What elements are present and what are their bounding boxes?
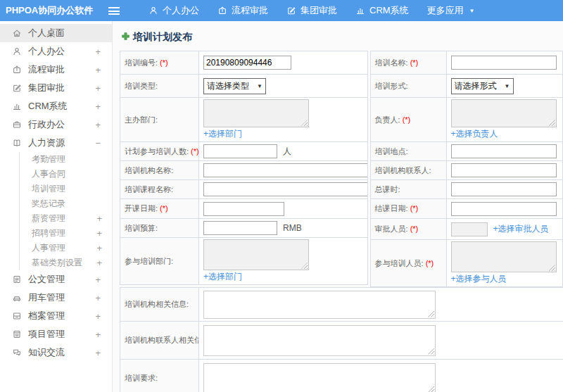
resize-handle-icon[interactable] — [428, 386, 434, 392]
topbar-menu-label: 个人办公 — [163, 4, 199, 17]
sidebar-item[interactable]: 档案管理+ — [0, 307, 112, 325]
required-marker: (*) — [410, 204, 419, 213]
form-row: 培训名称:(*) — [370, 51, 562, 75]
required-marker: (*) — [160, 58, 168, 67]
sidebar-item[interactable]: 知识交流+ — [0, 343, 112, 362]
topbar-menu-item[interactable]: 更多应用▼ — [418, 0, 484, 21]
expand-toggle-icon[interactable]: + — [95, 120, 101, 130]
training-number-field-cell — [199, 51, 368, 75]
workflow-icon — [12, 65, 22, 75]
topbar-menu-item[interactable]: 个人办公 — [139, 0, 208, 21]
sidebar-item[interactable]: 行政办公+ — [0, 115, 112, 134]
total-class-hours-input[interactable] — [451, 182, 557, 196]
sidebar-subitem[interactable]: 奖惩记录 — [20, 196, 112, 211]
org-contact-related-info-textarea[interactable] — [203, 325, 436, 356]
planned-participants-label: 计划参与培训人数:(*) — [120, 142, 199, 161]
expand-toggle-icon[interactable]: + — [95, 274, 101, 285]
form-row: 培训机构联系人相关信息: — [120, 322, 563, 360]
participating-departments-box[interactable] — [203, 239, 309, 270]
topbar-menu-item[interactable]: 集团审批 — [277, 0, 346, 21]
sidebar-subitem[interactable]: 招聘管理+ — [20, 226, 112, 241]
training-participants-label: 参与培训人员:(*) — [370, 240, 446, 287]
sidebar-item[interactable]: 流程审批+ — [0, 61, 112, 79]
training-form: 培训编号:(*)培训类型:请选择类型▼主办部门:+选择部门计划参与培训人数:(*… — [120, 51, 563, 287]
resize-handle-icon[interactable] — [428, 311, 434, 317]
expand-toggle-icon[interactable]: − — [95, 138, 101, 148]
org-related-info-textarea[interactable] — [203, 291, 436, 319]
sidebar-subitem[interactable]: 考勤管理 — [20, 152, 112, 167]
expand-toggle-icon[interactable]: + — [96, 213, 102, 224]
training-course-name-input[interactable] — [203, 182, 367, 196]
topbar-menu-label: CRM系统 — [369, 4, 409, 17]
expand-toggle-icon[interactable]: + — [96, 243, 102, 253]
sidebar-subitem[interactable]: 薪资管理+ — [20, 211, 112, 226]
planned-participants-input[interactable] — [203, 144, 277, 158]
end-date-label: 结课日期:(*) — [370, 199, 446, 219]
end-date-input[interactable] — [451, 202, 557, 216]
start-date-input[interactable] — [203, 202, 284, 216]
resize-handle-icon[interactable] — [549, 265, 555, 271]
sidebar-item[interactable]: 人力资源− — [0, 134, 112, 152]
training-org-name-input[interactable] — [203, 163, 367, 177]
training-number-input[interactable] — [203, 56, 291, 70]
topbar-menu-item[interactable]: 流程审批 — [208, 0, 277, 21]
hamburger-menu-icon[interactable] — [108, 7, 120, 15]
sidebar-item[interactable]: 集团审批+ — [0, 79, 112, 97]
training-budget-field-cell: RMB — [199, 219, 368, 238]
training-location-input[interactable] — [451, 144, 557, 158]
expand-toggle-icon[interactable]: + — [95, 101, 101, 112]
training-requirements-textarea[interactable] — [203, 363, 436, 392]
resize-handle-icon[interactable] — [301, 120, 308, 126]
training-budget-input[interactable] — [203, 221, 277, 235]
sidebar-subitem[interactable]: 基础类别设置+ — [20, 255, 112, 270]
expand-toggle-icon[interactable]: + — [95, 65, 101, 75]
form-right-column: 培训名称:(*)培训形式:请选择形式▼负责人:(*)+选择负责人培训地点:培训机… — [370, 51, 563, 287]
resize-handle-icon[interactable] — [428, 348, 434, 355]
person-in-charge-link[interactable]: +选择负责人 — [451, 128, 558, 140]
participating-departments-link[interactable]: +选择部门 — [203, 271, 363, 283]
expand-toggle-icon[interactable]: + — [95, 311, 101, 322]
planned-participants-field-cell: 人 — [199, 142, 368, 161]
sidebar-item-label: 项目管理 — [28, 328, 65, 341]
sidebar-subitem-label: 考勤管理 — [32, 153, 65, 165]
sidebar-subitem[interactable]: 人事管理+ — [20, 241, 112, 255]
sidebar-item[interactable]: 用车管理+ — [0, 289, 112, 307]
approvers-box[interactable] — [451, 222, 488, 236]
expand-toggle-icon[interactable]: + — [95, 46, 101, 57]
resize-handle-icon[interactable] — [301, 263, 308, 269]
expand-toggle-icon[interactable]: + — [96, 228, 102, 239]
top-navbar: PHPOA协同办公软件 个人办公流程审批集团审批CRM系统更多应用▼ — [0, 0, 563, 21]
training-participants-box[interactable] — [451, 241, 557, 272]
topbar-menu: 个人办公流程审批集团审批CRM系统更多应用▼ — [139, 0, 484, 21]
expand-toggle-icon[interactable]: + — [95, 293, 101, 303]
sidebar-item[interactable]: CRM系统+ — [0, 97, 112, 115]
host-department-link[interactable]: +选择部门 — [203, 128, 363, 140]
training-participants-link[interactable]: +选择参与人员 — [451, 273, 558, 285]
sidebar-item[interactable]: 公文管理+ — [0, 270, 112, 289]
person-in-charge-box[interactable] — [451, 99, 557, 127]
expand-toggle-icon[interactable]: + — [95, 348, 101, 358]
approvers-link[interactable]: +选择审批人员 — [493, 224, 549, 234]
resize-handle-icon[interactable] — [549, 120, 555, 126]
org-contact-input[interactable] — [451, 163, 557, 177]
sidebar-subitem[interactable]: 人事合同 — [20, 167, 112, 182]
training-form-select[interactable]: 请选择形式▼ — [451, 78, 514, 94]
expand-toggle-icon[interactable]: + — [95, 329, 101, 340]
training-name-input[interactable] — [451, 56, 557, 70]
sidebar-item[interactable]: 个人办公+ — [0, 42, 112, 61]
host-department-label: 主办部门: — [120, 98, 199, 142]
expand-toggle-icon[interactable]: + — [96, 258, 102, 268]
training-form-select-value: 请选择形式 — [455, 80, 497, 92]
training-location-label: 培训地点: — [370, 142, 446, 161]
form-row: 总课时: — [370, 180, 562, 199]
expand-toggle-icon[interactable]: + — [95, 83, 101, 94]
topbar-menu-item[interactable]: CRM系统 — [346, 0, 418, 21]
sidebar-item[interactable]: 项目管理+ — [0, 325, 112, 343]
training-type-select[interactable]: 请选择类型▼ — [203, 78, 266, 94]
host-department-box[interactable] — [203, 99, 309, 127]
approvers-label: 审批人员:(*) — [370, 219, 446, 240]
org-contact-related-info-label: 培训机构联系人相关信息: — [120, 322, 199, 360]
sidebar: 个人桌面个人办公+流程审批+集团审批+CRM系统+行政办公+人力资源−考勤管理人… — [0, 21, 113, 392]
sidebar-subitem[interactable]: 培训管理 — [20, 182, 112, 196]
sidebar-item[interactable]: 个人桌面 — [0, 24, 112, 42]
